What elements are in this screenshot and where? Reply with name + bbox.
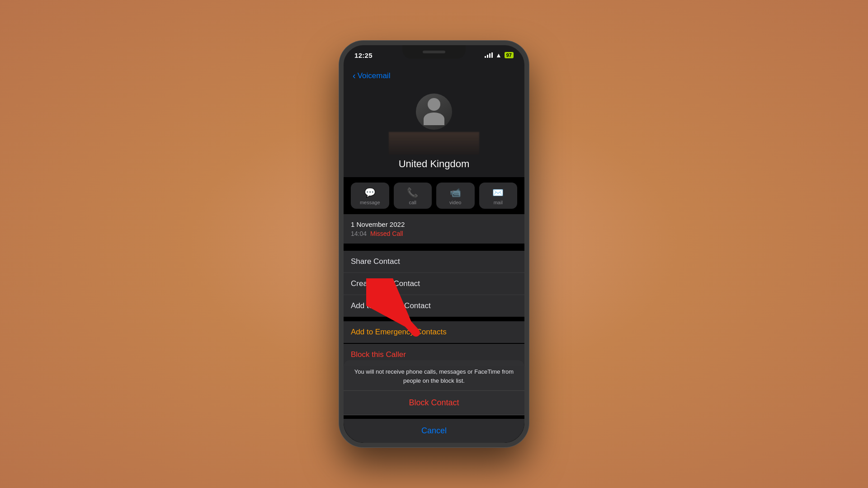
separator-2 xyxy=(344,318,524,321)
status-time: 12:25 xyxy=(354,52,373,59)
back-button[interactable]: ‹ Voicemail xyxy=(353,70,390,81)
add-to-contact-item[interactable]: Add to Existing Contact xyxy=(344,295,524,317)
video-label: video xyxy=(449,200,461,205)
mail-label: mail xyxy=(494,200,503,205)
block-caller-label: Block this Caller xyxy=(351,350,406,359)
call-detail: 14:04 Missed Call xyxy=(351,230,517,237)
message-icon: 💬 xyxy=(364,187,376,198)
nav-bar: ‹ Voicemail xyxy=(344,65,524,84)
back-label: Voicemail xyxy=(358,71,391,80)
battery-indicator: 97 xyxy=(505,52,514,58)
alert-message: You will not receive phone calls, messag… xyxy=(344,360,524,391)
mail-icon: ✉️ xyxy=(492,187,504,198)
call-time: 14:04 xyxy=(351,230,367,237)
message-label: message xyxy=(360,200,380,205)
message-button[interactable]: 💬 message xyxy=(351,183,389,209)
contact-name: United Kingdom xyxy=(399,158,470,170)
signal-icon xyxy=(485,52,493,58)
add-to-contact-label: Add to Existing Contact xyxy=(351,301,431,310)
call-date: 1 November 2022 xyxy=(351,221,517,228)
profile-section: United Kingdom xyxy=(344,84,524,177)
call-icon: 📞 xyxy=(407,187,418,198)
call-button[interactable]: 📞 call xyxy=(394,183,432,209)
phone-screen: 12:25 ▲ 97 ‹ xyxy=(344,45,524,443)
call-label: call xyxy=(409,200,416,205)
alert-box: You will not receive phone calls, messag… xyxy=(344,360,524,415)
create-contact-label: Create New Contact xyxy=(351,279,420,288)
cancel-button[interactable]: Cancel xyxy=(344,415,524,443)
avatar-person-icon xyxy=(416,94,452,130)
phone-frame: 12:25 ▲ 97 ‹ xyxy=(339,41,529,447)
status-icons: ▲ 97 xyxy=(485,52,514,59)
block-contact-button[interactable]: Block Contact xyxy=(344,391,524,415)
menu-section-contacts: Share Contact Create New Contact Add to … xyxy=(344,251,524,317)
call-status: Missed Call xyxy=(370,230,403,237)
share-contact-label: Share Contact xyxy=(351,257,400,266)
notch xyxy=(402,45,466,59)
emergency-contact-label: Add to Emergency Contacts xyxy=(351,328,447,336)
phone-device: 12:25 ▲ 97 ‹ xyxy=(339,41,529,447)
emergency-contact-item[interactable]: Add to Emergency Contacts xyxy=(344,321,524,343)
action-buttons-row: 💬 message 📞 call 📹 video ✉️ mail xyxy=(344,177,524,214)
emergency-section: Add to Emergency Contacts xyxy=(344,321,524,343)
call-history-section: 1 November 2022 14:04 Missed Call xyxy=(344,214,524,244)
block-contact-label: Block Contact xyxy=(409,398,459,407)
contact-background xyxy=(389,132,479,155)
create-contact-item[interactable]: Create New Contact xyxy=(344,273,524,295)
share-contact-item[interactable]: Share Contact xyxy=(344,251,524,273)
avatar xyxy=(416,94,452,130)
alert-overlay: You will not receive phone calls, messag… xyxy=(344,360,524,443)
back-chevron-icon: ‹ xyxy=(353,70,356,81)
wifi-icon: ▲ xyxy=(495,52,502,59)
speaker xyxy=(423,51,445,53)
video-icon: 📹 xyxy=(450,187,461,198)
mail-button[interactable]: ✉️ mail xyxy=(479,183,518,209)
video-button[interactable]: 📹 video xyxy=(436,183,475,209)
content-area: ‹ Voicemail United Kingdom xyxy=(344,65,524,443)
cancel-label: Cancel xyxy=(421,426,447,435)
separator-1 xyxy=(344,247,524,251)
